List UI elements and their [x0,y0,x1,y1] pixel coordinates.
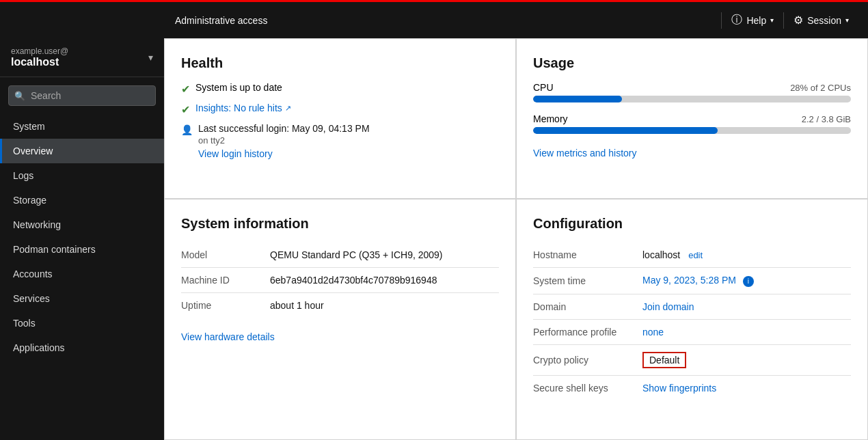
cryptopolicy-value: Default [642,344,851,375]
external-link-icon: ↗ [285,104,291,113]
memory-bar-fill [533,127,718,134]
insights-row: ✔ Insights: No rule hits ↗ [181,102,499,116]
performance-profile-link[interactable]: none [642,327,664,338]
cpu-usage-row: CPU 28% of 2 CPUs [533,82,851,102]
cpu-value: 28% of 2 CPUs [790,83,851,93]
sidebar-item-overview[interactable]: Overview [0,139,164,163]
view-metrics-link[interactable]: View metrics and history [533,148,636,159]
sidebar-item-accounts[interactable]: Accounts [0,262,164,286]
sidebar-user-email: example.user@ [11,46,68,56]
insights-label: Insights: No rule hits [195,102,282,113]
hostname-edit-link[interactable]: edit [688,250,703,260]
model-value: QEMU Standard PC (Q35 + ICH9, 2009) [270,243,499,268]
topbar: Administrative access ⓘ Help ▾ ⚙ Session… [0,0,868,38]
card-grid: Health ✔ System is up to date ✔ Insights… [164,38,868,440]
machineid-label: Machine ID [181,268,270,293]
login-details: Last successful login: May 09, 04:13 PM … [198,123,370,159]
sidebar-item-networking[interactable]: Networking [0,212,164,237]
cpu-bar-bg [533,96,851,102]
health-status-label: System is up to date [195,82,282,93]
table-row: System time May 9, 2023, 5:28 PM i [533,268,851,294]
usage-footer: View metrics and history [533,145,851,159]
sidebar-item-tools[interactable]: Tools [0,311,164,335]
search-icon: 🔍 [14,91,25,101]
perfprofile-label: Performance profile [533,319,642,344]
systemtime-info-icon[interactable]: i [743,276,754,287]
table-row: Uptime about 1 hour [181,293,499,318]
help-label: Help [746,15,766,26]
sidebar-item-applications[interactable]: Applications [0,335,164,360]
user-icon: 👤 [181,124,193,135]
system-info-title: System information [181,216,499,232]
table-row: Hostname localhost edit [533,243,851,268]
login-info-row: 👤 Last successful login: May 09, 04:13 P… [181,123,499,159]
session-label: Session [807,15,841,26]
model-label: Model [181,243,270,268]
sidebar-caret-icon[interactable]: ▾ [148,52,153,63]
sidebar-search-container: 🔍 [8,85,156,106]
table-row: Model QEMU Standard PC (Q35 + ICH9, 2009… [181,243,499,268]
memory-bar-bg [533,127,851,134]
login-tty: on tty2 [198,135,370,146]
memory-usage-row: Memory 2.2 / 3.8 GiB [533,113,851,134]
help-button[interactable]: ⓘ Help ▾ [723,1,782,40]
help-caret-icon: ▾ [770,16,774,24]
configuration-card: Configuration Hostname localhost edit [516,199,868,440]
hostname-value: localhost edit [642,243,851,268]
perfprofile-value: none [642,319,851,344]
health-card: Health ✔ System is up to date ✔ Insights… [164,38,516,199]
sidebar-item-podman[interactable]: Podman containers [0,237,164,262]
sidebar-user-info: example.user@ localhost [11,46,68,68]
sidebar-user-host: localhost [11,56,68,68]
sshkeys-value: Show fingerprints [642,375,851,400]
help-icon: ⓘ [731,13,742,27]
health-status-row: ✔ System is up to date [181,82,499,96]
system-info-table: Model QEMU Standard PC (Q35 + ICH9, 2009… [181,243,499,318]
table-row: Performance profile none [533,319,851,344]
systemtime-label: System time [533,268,642,294]
session-caret-icon: ▾ [845,16,849,24]
join-domain-link[interactable]: Join domain [642,301,694,312]
cpu-label: CPU [533,82,554,93]
topbar-divider2 [783,12,784,29]
view-hardware-link[interactable]: View hardware details [181,331,275,342]
session-button[interactable]: ⚙ Session ▾ [785,1,857,40]
table-row: Secure shell keys Show fingerprints [533,375,851,400]
sidebar: example.user@ localhost ▾ 🔍 System Overv… [0,38,164,440]
sidebar-header: example.user@ localhost ▾ [0,38,164,77]
view-login-history-link[interactable]: View login history [198,148,273,159]
systemtime-value: May 9, 2023, 5:28 PM i [642,268,851,294]
table-row: Machine ID 6eb7a9401d2d4730bf4c70789b916… [181,268,499,293]
configuration-title: Configuration [533,216,851,232]
hostname-label: Hostname [533,243,642,268]
crypto-policy-badge[interactable]: Default [642,352,686,368]
table-row: Domain Join domain [533,294,851,319]
insights-link[interactable]: Insights: No rule hits ↗ [195,102,291,113]
memory-header: Memory 2.2 / 3.8 GiB [533,113,851,124]
domain-value: Join domain [642,294,851,319]
sidebar-item-logs[interactable]: Logs [0,163,164,188]
sidebar-nav: System Overview Logs Storage Networking … [0,114,164,440]
system-info-card: System information Model QEMU Standard P… [164,199,516,440]
health-title: Health [181,55,499,71]
cpu-bar-fill [533,96,622,102]
admin-label: Administrative access [175,15,267,26]
insights-check-icon: ✔ [181,103,190,116]
main-layout: example.user@ localhost ▾ 🔍 System Overv… [0,38,868,440]
login-label: Last successful login: May 09, 04:13 PM [198,123,370,134]
show-fingerprints-link[interactable]: Show fingerprints [642,383,716,394]
sidebar-item-system[interactable]: System [0,114,164,139]
cpu-header: CPU 28% of 2 CPUs [533,82,851,93]
hardware-footer: View hardware details [181,329,499,342]
usage-card: Usage CPU 28% of 2 CPUs Memory 2.2 / 3.8… [516,38,868,199]
memory-value: 2.2 / 3.8 GiB [802,114,851,124]
sshkeys-label: Secure shell keys [533,375,642,400]
configuration-table: Hostname localhost edit System time May … [533,243,851,400]
uptime-value: about 1 hour [270,293,499,318]
machineid-value: 6eb7a9401d2d4730bf4c70789b916948 [270,268,499,293]
search-input[interactable] [8,85,156,106]
usage-title: Usage [533,55,851,71]
sidebar-item-storage[interactable]: Storage [0,188,164,212]
sidebar-item-services[interactable]: Services [0,286,164,311]
table-row: Crypto policy Default [533,344,851,375]
